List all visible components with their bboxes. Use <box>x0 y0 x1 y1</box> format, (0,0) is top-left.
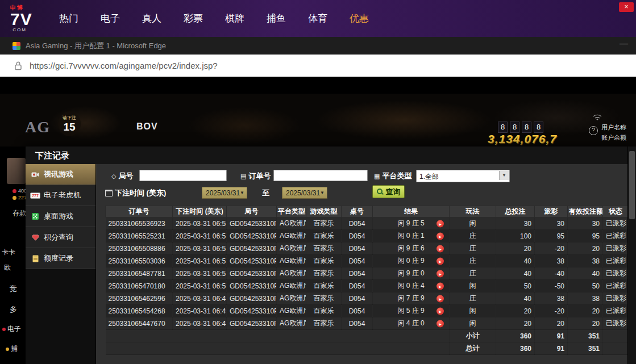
table-row: 2503310654476702025-03-31 06:48:31GD0542… <box>106 317 629 330</box>
column-header: 玩法 <box>450 206 496 217</box>
cell-total_bet: 40 <box>496 292 535 305</box>
replay-icon[interactable]: ▶ <box>437 220 444 227</box>
cell-valid_bet: 20 <box>568 317 603 330</box>
cell-time: 2025-03-31 06:53:10 <box>173 255 227 267</box>
cell-order_id: 250331065503036 <box>106 255 173 267</box>
cell-round: GD054253310P8 <box>227 292 277 305</box>
nav-item[interactable]: 热门 <box>59 12 78 25</box>
date-to-picker[interactable]: 2025/03/31 ▼ <box>282 187 327 199</box>
slot-icon: 777 <box>31 193 40 199</box>
address-url[interactable]: https://gci.7vvvvvv.com/agingame/pcv2/in… <box>30 61 218 70</box>
cell-time: 2025-03-31 06:54:54 <box>173 230 227 242</box>
date-from-picker[interactable]: 2025/03/31 ▼ <box>202 187 247 199</box>
cell-valid_bet: 40 <box>568 267 603 280</box>
sidebar-item-quota-records[interactable]: 额度记录 <box>26 248 95 269</box>
games-icon <box>2 328 6 331</box>
browser-urlbar[interactable]: https://gci.7vvvvvv.com/agingame/pcv2/in… <box>0 55 636 77</box>
list-icon: ▦ <box>374 173 380 180</box>
window-close-button[interactable]: × <box>619 2 634 12</box>
modal-title: 下注记录 <box>26 147 628 165</box>
cell-game: 百家乐 <box>306 280 342 292</box>
scrollbar[interactable] <box>627 147 636 364</box>
site-logo[interactable]: 申博 7V .COM <box>10 5 45 32</box>
scrollbar-thumb[interactable] <box>629 151 635 219</box>
help-icon: ? <box>589 126 598 135</box>
fish-icon <box>6 348 9 351</box>
modal-sidebar: 视讯游戏777电子老虎机桌面游戏积分查询额度记录 <box>26 164 96 364</box>
sidebar-item-label: 视讯游戏 <box>44 169 73 179</box>
cell-play: 闲 <box>450 317 496 330</box>
nav-item[interactable]: 真人 <box>142 12 161 25</box>
column-header: 游戏类型 <box>306 206 342 217</box>
column-header: 状态 <box>603 206 629 217</box>
cell-result: 闲 4 庄 0▶ <box>373 317 450 330</box>
replay-icon[interactable]: ▶ <box>437 320 444 327</box>
cell-order_id: 250331065470180 <box>106 280 173 292</box>
grand-total-row: 总计36091351 <box>106 342 629 355</box>
cell-payout: -20 <box>535 305 568 317</box>
slot-digit: 8 <box>510 122 519 133</box>
replay-icon[interactable]: ▶ <box>437 257 444 265</box>
gem-icon <box>31 235 40 241</box>
cell-status: 已派彩 <box>603 317 629 330</box>
cell-total_bet: 50 <box>496 280 535 292</box>
cell-valid_bet: 30 <box>568 217 603 230</box>
column-header: 结果 <box>373 206 450 217</box>
grand-total-payout: 91 <box>535 342 568 355</box>
subtotal-valid_bet: 351 <box>568 330 603 342</box>
subtotal-label: 小计 <box>450 330 496 342</box>
replay-icon[interactable]: ▶ <box>437 295 444 302</box>
nav-item[interactable]: 棋牌 <box>225 12 244 25</box>
grand-total-label: 总计 <box>450 342 496 355</box>
cell-payout: -20 <box>535 242 568 255</box>
grand-total-total_bet: 360 <box>496 342 535 355</box>
bet-timer: 请下注 15 <box>58 111 81 136</box>
cell-status: 已派彩 <box>603 230 629 242</box>
nav-item[interactable]: 优惠 <box>350 12 369 25</box>
sidebar-item-label: 桌面游戏 <box>44 211 73 221</box>
order-number-input[interactable] <box>273 170 368 181</box>
nav-item[interactable]: 体育 <box>308 12 327 25</box>
cell-valid_bet: 38 <box>568 255 603 267</box>
sidebar-fragment-ou: 欧 <box>4 263 11 273</box>
replay-icon[interactable]: ▶ <box>437 307 444 315</box>
cell-game: 百家乐 <box>306 255 342 267</box>
sidebar-item-video-games[interactable]: 视讯游戏 <box>26 164 95 185</box>
cell-result: 闲 5 庄 9▶ <box>373 305 450 317</box>
cell-result: 闲 0 庄 9▶ <box>373 255 450 267</box>
column-header: 总投注 <box>496 206 535 217</box>
cell-total_bet: 20 <box>496 317 535 330</box>
cell-round: GD054253310PG <box>227 230 277 242</box>
sidebar-item-table-games[interactable]: 桌面游戏 <box>26 206 95 227</box>
replay-icon[interactable]: ▶ <box>437 282 444 290</box>
cell-payout: 20 <box>535 317 568 330</box>
sidebar-item-slots[interactable]: 777电子老虎机 <box>26 185 95 206</box>
platform-type-select[interactable]: 1.全部 ▼ <box>416 170 510 182</box>
nav-item[interactable]: 电子 <box>101 12 120 25</box>
window-title: Asia Gaming - 用户配置 1 - Microsoft Edge <box>26 41 166 51</box>
cell-valid_bet: 38 <box>568 292 603 305</box>
cell-table: D054 <box>342 230 373 242</box>
cell-round: GD054253310P9 <box>227 280 277 292</box>
order-number-label: ▤ 订单号 <box>240 171 271 181</box>
nav-item[interactable]: 捕鱼 <box>267 12 286 25</box>
cell-platform: AG欧洲厅 <box>277 230 306 242</box>
replay-icon[interactable]: ▶ <box>437 270 444 277</box>
cell-status: 已派彩 <box>603 267 629 280</box>
slot-digit: 8 <box>534 122 543 133</box>
cell-play: 闲 <box>450 280 496 292</box>
round-number-input[interactable] <box>139 170 227 181</box>
cell-table: D054 <box>342 267 373 280</box>
bet-countdown: 15 <box>63 121 75 133</box>
nav-item[interactable]: 彩票 <box>184 12 203 25</box>
replay-icon[interactable]: ▶ <box>437 232 444 240</box>
sidebar-item-points-query[interactable]: 积分查询 <box>26 227 95 248</box>
cell-play: 庄 <box>450 230 496 242</box>
replay-icon[interactable]: ▶ <box>437 245 444 252</box>
records-panel: ◇ 局号 ▤ 订单号 ▦ 平台类型 1.全部 ▼ <box>96 164 628 364</box>
cell-valid_bet: 20 <box>568 242 603 255</box>
window-minimize-button[interactable]: — <box>620 38 628 48</box>
search-button[interactable]: 查询 <box>372 185 405 198</box>
cell-status: 已派彩 <box>603 280 629 292</box>
cell-status: 已派彩 <box>603 305 629 317</box>
